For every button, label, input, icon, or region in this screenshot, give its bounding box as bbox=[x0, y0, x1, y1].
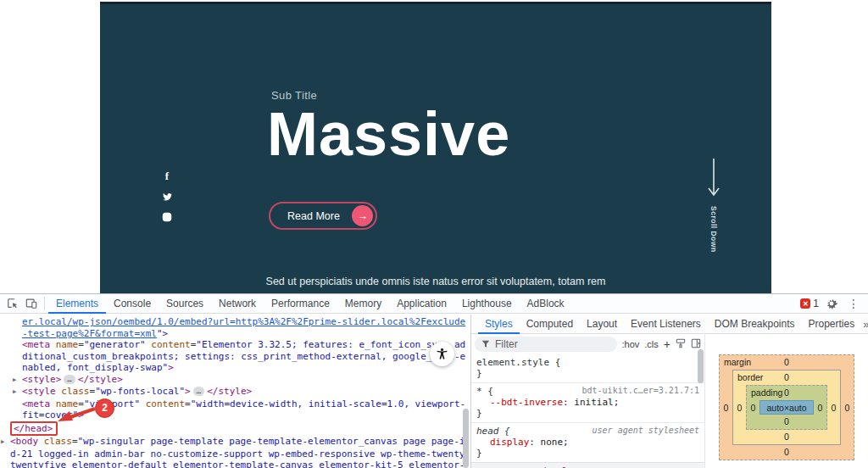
filter-placeholder: Filter bbox=[495, 338, 518, 350]
rule-selector: * { bbox=[476, 386, 493, 397]
error-badge[interactable]: ✕ 1 bbox=[800, 298, 819, 309]
hero-title: Massive bbox=[267, 99, 510, 169]
expand-arrow-icon[interactable]: ▶ bbox=[1, 437, 10, 448]
padding-left-value[interactable]: 0 bbox=[747, 400, 760, 415]
sidebar-tab-dom-breakpoints[interactable]: DOM Breakpoints bbox=[708, 315, 802, 334]
inspect-element-icon[interactable] bbox=[3, 295, 22, 312]
devtools-panel: ElementsConsoleSourcesNetworkPerformance… bbox=[0, 293, 868, 468]
instagram-icon[interactable] bbox=[161, 211, 173, 223]
rule-property[interactable]: --bdt-inverse: initial; bbox=[476, 397, 699, 408]
tab-performance[interactable]: Performance bbox=[264, 294, 337, 314]
collapsed-content-button[interactable]: … bbox=[64, 375, 75, 384]
padding-top-value[interactable]: 0 bbox=[784, 387, 789, 398]
border-top-value[interactable]: 0 bbox=[784, 372, 789, 382]
tab-console[interactable]: Console bbox=[106, 294, 159, 314]
styles-scrollbar[interactable] bbox=[698, 349, 704, 383]
tab-lighthouse[interactable]: Lighthouse bbox=[454, 294, 520, 314]
arrow-right-icon[interactable]: → bbox=[352, 205, 373, 226]
margin-right-value[interactable]: 0 bbox=[841, 370, 854, 445]
dom-tree-line[interactable]: ▶<body class="wp-singular page-template … bbox=[0, 436, 470, 468]
collapsed-content-button[interactable]: … bbox=[193, 387, 204, 396]
tab-network[interactable]: Network bbox=[211, 294, 264, 314]
dom-tree: er.local/wp-json/oembed/1.0/embed?url=ht… bbox=[0, 316, 470, 468]
margin-bottom-value[interactable]: 0 bbox=[720, 445, 854, 460]
rule-source-link[interactable]: bdt-uikit.c…er=3.21.7:1 bbox=[582, 386, 699, 397]
tab-memory[interactable]: Memory bbox=[337, 294, 389, 314]
computed-sidebar-toggle-icon[interactable] bbox=[691, 338, 701, 350]
styles-filter-input[interactable]: Filter bbox=[475, 337, 617, 352]
padding-label: padding bbox=[751, 386, 782, 400]
sidebar-tab-styles[interactable]: Styles bbox=[478, 315, 520, 334]
sidebar-tab-properties[interactable]: Properties bbox=[802, 315, 862, 334]
margin-left-value[interactable]: 0 bbox=[720, 370, 732, 445]
twitter-icon[interactable] bbox=[161, 191, 173, 203]
sidebar-tabs: StylesComputedLayoutEvent ListenersDOM B… bbox=[471, 315, 868, 334]
tab-application[interactable]: Application bbox=[389, 294, 454, 314]
box-model-diagram[interactable]: margin 0 0 border 0 bbox=[719, 354, 854, 460]
arrow-down-icon bbox=[707, 159, 721, 199]
expand-arrow-icon[interactable]: ▶ bbox=[13, 375, 22, 387]
scroll-down-widget[interactable]: Scroll Down bbox=[704, 159, 724, 253]
dom-tree-line[interactable]: ▶<style>…</style> bbox=[0, 374, 470, 387]
social-links: f bbox=[159, 170, 175, 223]
error-icon: ✕ bbox=[800, 298, 810, 309]
border-bottom-value[interactable]: 0 bbox=[733, 430, 840, 444]
sidebar-tab-event-listeners[interactable]: Event Listeners bbox=[624, 315, 708, 334]
style-rule[interactable]: * {bdt-uikit.c…er=3.21.7:1--bdt-inverse:… bbox=[471, 382, 704, 422]
paint-format-icon[interactable] bbox=[676, 338, 686, 350]
styles-toolbar: Filter :hov .cls + bbox=[471, 334, 704, 354]
tab-elements[interactable]: Elements bbox=[48, 294, 106, 314]
annotated-head-close-tag: </head> bbox=[10, 421, 58, 437]
dom-tree-line[interactable]: <meta name="generator" content="Elemento… bbox=[0, 339, 470, 374]
dom-pane: er.local/wp-json/oembed/1.0/embed?url=ht… bbox=[0, 315, 471, 468]
margin-top-value[interactable]: 0 bbox=[784, 357, 789, 367]
new-style-rule-button[interactable]: + bbox=[664, 337, 670, 351]
inherited-from-strip: Inherited from html bbox=[471, 462, 704, 468]
sidebar-tab-layout[interactable]: Layout bbox=[580, 315, 624, 334]
style-rule[interactable]: element.style {} bbox=[471, 354, 704, 382]
rule-selector: element.style { bbox=[476, 357, 560, 368]
rule-close-brace: } bbox=[476, 448, 699, 459]
devtools-main: er.local/wp-json/oembed/1.0/embed?url=ht… bbox=[0, 315, 868, 468]
box-model-border[interactable]: border 0 0 padding 0 bbox=[732, 370, 841, 445]
style-rule[interactable]: head {user agent stylesheetdisplay: none… bbox=[471, 422, 704, 462]
border-right-value[interactable]: 0 bbox=[827, 385, 840, 430]
more-options-icon[interactable]: ⋮ bbox=[844, 297, 863, 310]
dom-tree-line[interactable]: ▶<style class="wp-fonts-local">…</style> bbox=[0, 386, 470, 398]
tab-adblock[interactable]: AdBlock bbox=[520, 294, 572, 314]
pseudo-state-button[interactable]: :hov bbox=[622, 339, 640, 349]
expand-arrow-icon[interactable]: ▶ bbox=[13, 387, 22, 398]
box-model-content[interactable]: auto×auto bbox=[760, 400, 814, 415]
rule-source-link[interactable]: user agent stylesheet bbox=[593, 426, 699, 437]
facebook-icon[interactable]: f bbox=[161, 170, 173, 182]
filter-funnel-icon bbox=[481, 340, 490, 348]
dom-tree-line[interactable]: er.local/wp-json/oembed/1.0/embed?url=ht… bbox=[0, 316, 470, 339]
more-tabs-icon[interactable]: » bbox=[863, 318, 868, 331]
padding-right-value[interactable]: 0 bbox=[814, 400, 826, 415]
devtools-tabs: ElementsConsoleSourcesNetworkPerformance… bbox=[48, 294, 572, 314]
dom-scrollbar[interactable] bbox=[463, 409, 469, 468]
rule-close-brace: } bbox=[476, 408, 699, 419]
margin-label: margin bbox=[724, 355, 751, 370]
rule-close-brace: } bbox=[476, 368, 699, 379]
border-left-value[interactable]: 0 bbox=[733, 385, 746, 430]
read-more-label: Read More bbox=[270, 210, 352, 222]
padding-bottom-value[interactable]: 0 bbox=[747, 415, 826, 429]
box-model-margin[interactable]: margin 0 0 border 0 bbox=[719, 354, 854, 460]
device-toolbar-icon[interactable] bbox=[22, 295, 41, 312]
toolbar-divider bbox=[44, 297, 45, 310]
read-more-button[interactable]: Read More → bbox=[269, 202, 377, 230]
hero-description: Sed ut perspiciatis unde omnis iste natu… bbox=[100, 276, 771, 287]
devtools-sidebar: StylesComputedLayoutEvent ListenersDOM B… bbox=[471, 315, 868, 468]
toolbar-right: ✕ 1 ⋮ bbox=[800, 295, 868, 312]
tab-sources[interactable]: Sources bbox=[159, 294, 211, 314]
element-classes-button[interactable]: .cls bbox=[644, 339, 659, 349]
box-model-padding[interactable]: padding 0 0 auto×auto 0 bbox=[746, 385, 827, 430]
sidebar-tab-computed[interactable]: Computed bbox=[520, 315, 580, 334]
rule-property[interactable]: display: none; bbox=[476, 437, 699, 448]
settings-gear-icon[interactable] bbox=[822, 295, 841, 312]
rule-selector: head { bbox=[476, 426, 510, 437]
accessibility-widget-icon[interactable] bbox=[430, 342, 454, 366]
annotation-arrow bbox=[56, 403, 98, 425]
style-rules: element.style {}* {bdt-uikit.c…er=3.21.7… bbox=[471, 354, 704, 462]
